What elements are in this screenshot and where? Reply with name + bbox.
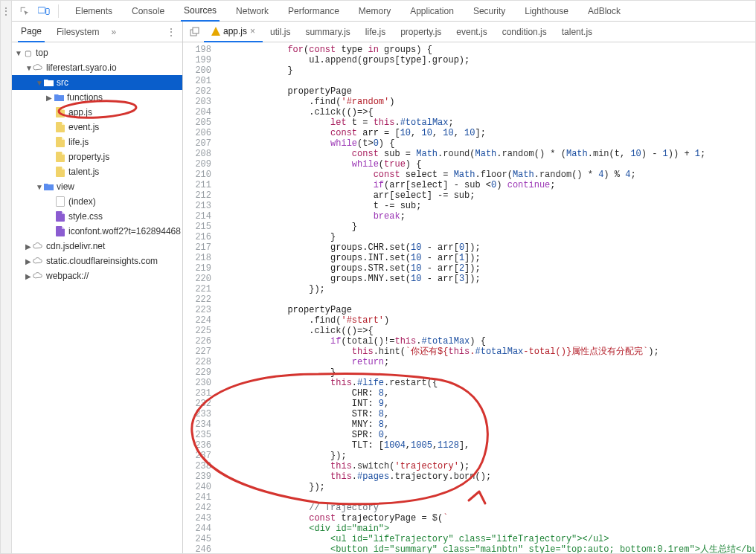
tree-file-style-css[interactable]: style.css — [12, 209, 182, 224]
tree-file-iconfont-woff2-t-162894468[interactable]: iconfont.woff2?t=162894468 — [12, 224, 182, 239]
svg-rect-1 — [46, 8, 49, 14]
js-file-icon — [56, 167, 65, 177]
file-tab-summary-js[interactable]: summary.js — [298, 22, 357, 42]
tree-label: app.js — [68, 107, 92, 117]
filesystem-subtab[interactable]: Filesystem — [54, 22, 102, 42]
file-tab-app-js[interactable]: app.js× — [204, 22, 263, 42]
line-gutter: 1981992002012022032042052062072082092102… — [183, 42, 219, 553]
close-icon[interactable]: × — [250, 26, 255, 36]
tree-origin-static-cloudflareinsights-com[interactable]: ▶static.cloudflareinsights.com — [12, 254, 182, 268]
tool-tab-console[interactable]: Console — [129, 1, 167, 22]
tool-tab-lighthouse[interactable]: Lighthouse — [522, 1, 571, 22]
tree-label: webpack:// — [46, 271, 89, 281]
tool-tab-adblock[interactable]: AdBlock — [585, 1, 624, 22]
tree-label: functions — [67, 92, 103, 103]
js-file-icon — [56, 137, 65, 147]
tree-file-talent-js[interactable]: talent.js — [12, 164, 182, 179]
css-file-icon — [56, 211, 65, 222]
folder-icon — [54, 94, 64, 102]
tree-label: event.js — [68, 122, 99, 132]
file-tab-label: condition.js — [502, 27, 547, 37]
cloud-icon — [33, 257, 43, 265]
tree-top[interactable]: ▼ top — [12, 45, 182, 60]
tool-tab-security[interactable]: Security — [470, 1, 508, 22]
tool-tab-network[interactable]: Network — [233, 1, 272, 22]
tool-tab-sources[interactable]: Sources — [181, 1, 220, 22]
file-tab-util-js[interactable]: util.js — [263, 22, 298, 42]
tree-label: src — [57, 77, 68, 88]
tool-tab-application[interactable]: Application — [407, 1, 457, 22]
tree-label: view — [57, 181, 74, 192]
file-tab-talent-js[interactable]: talent.js — [554, 22, 600, 42]
file-tab-event-js[interactable]: event.js — [449, 22, 494, 42]
tree-file--index-[interactable]: (index) — [12, 194, 182, 209]
tree-label: liferestart.syaro.io — [46, 62, 117, 73]
tree-file-event-js[interactable]: event.js — [12, 120, 182, 135]
file-tree[interactable]: ▼ top ▼ liferestart.syaro.io ▼ sr — [12, 42, 183, 553]
tree-label: property.js — [68, 152, 109, 162]
warning-icon — [211, 27, 220, 36]
separator — [58, 4, 59, 18]
devtools-toolbar: ElementsConsoleSourcesNetworkPerformance… — [12, 1, 756, 22]
tree-origin-webpack-[interactable]: ▶webpack:// — [12, 268, 182, 283]
file-history-icon[interactable] — [186, 27, 204, 37]
code-content[interactable]: for(const type in groups) { ul.append(gr… — [219, 42, 756, 553]
tree-label: life.js — [68, 137, 89, 147]
file-tab-label: talent.js — [562, 27, 592, 37]
svg-rect-3 — [193, 28, 199, 33]
tree-file-life-js[interactable]: life.js — [12, 135, 182, 149]
file-tab-condition-js[interactable]: condition.js — [495, 22, 554, 42]
document-icon — [56, 196, 65, 207]
svg-rect-0 — [38, 7, 45, 13]
file-tab-label: util.js — [270, 27, 290, 37]
font-file-icon — [56, 226, 65, 236]
folder-icon — [43, 79, 54, 87]
file-tab-label: event.js — [456, 27, 487, 37]
js-file-icon — [56, 122, 65, 132]
more-chevrons-icon[interactable] — [111, 27, 116, 37]
cloud-icon — [33, 272, 43, 280]
tree-functions-folder[interactable]: ▶ functions — [12, 90, 182, 105]
device-toolbar-icon[interactable] — [36, 3, 52, 19]
code-editor[interactable]: 1981992002012022032042052062072082092102… — [183, 42, 756, 553]
menu-dots-icon[interactable] — [1, 5, 11, 553]
tree-label: talent.js — [68, 167, 99, 177]
cloud-icon — [33, 64, 43, 71]
tree-origin[interactable]: ▼ liferestart.syaro.io — [12, 60, 182, 75]
js-file-icon — [56, 152, 65, 162]
tree-label: style.css — [68, 211, 103, 222]
file-tab-property-js[interactable]: property.js — [393, 22, 449, 42]
page-subtab[interactable]: Page — [18, 22, 45, 42]
file-tab-label: app.js — [223, 26, 247, 36]
tool-tab-memory[interactable]: Memory — [356, 1, 394, 22]
js-file-icon — [56, 107, 65, 117]
sidebar-menu-icon[interactable] — [166, 26, 176, 38]
frame-icon — [22, 49, 33, 57]
tree-file-property-js[interactable]: property.js — [12, 149, 182, 164]
tree-label: iconfont.woff2?t=162894468 — [68, 226, 181, 236]
inspect-element-icon[interactable] — [16, 3, 33, 19]
file-tab-label: property.js — [400, 27, 441, 37]
tree-origin-cdn-jsdelivr-net[interactable]: ▶cdn.jsdelivr.net — [12, 239, 182, 254]
tree-label: static.cloudflareinsights.com — [46, 256, 158, 266]
sources-sidebar-header: Page Filesystem — [12, 22, 183, 42]
tree-view-folder[interactable]: ▼ view — [12, 179, 182, 194]
cloud-icon — [33, 242, 43, 250]
tool-tab-elements[interactable]: Elements — [72, 1, 115, 22]
tree-src-folder[interactable]: ▼ src — [12, 75, 182, 90]
file-tab-life-js[interactable]: life.js — [358, 22, 393, 42]
file-tab-label: summary.js — [305, 27, 350, 37]
tool-tab-performance[interactable]: Performance — [285, 1, 342, 22]
tree-file-app-js[interactable]: app.js — [12, 105, 182, 120]
tree-label: (index) — [68, 196, 96, 207]
tree-label: cdn.jsdelivr.net — [46, 241, 105, 251]
file-tab-label: life.js — [365, 27, 385, 37]
devtools-gutter — [1, 1, 12, 553]
folder-icon — [43, 183, 54, 191]
tree-label: top — [36, 48, 48, 58]
